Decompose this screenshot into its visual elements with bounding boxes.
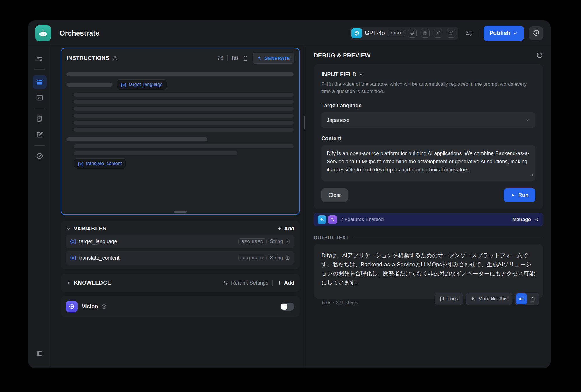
edit-square-icon [36,131,43,139]
variable-type-label: String [270,239,283,244]
copy-prompt-button[interactable] [242,55,249,61]
collapse-sidebar-button[interactable] [33,346,47,360]
sidebar-item-annotations[interactable] [33,128,47,142]
resize-grip-icon[interactable] [529,171,533,179]
sidebar-item-logs[interactable] [33,112,47,126]
plus-icon [277,226,282,231]
more-like-this-feature-icon [318,215,326,224]
debug-actions: Clear Run [321,188,536,202]
add-knowledge-button[interactable]: Add [277,280,294,286]
help-icon[interactable] [101,304,107,309]
chevron-right-icon [66,281,71,286]
skeleton-line [74,107,294,111]
publish-button[interactable]: Publish [484,26,524,41]
variable-type[interactable]: String [270,239,290,244]
run-button[interactable]: Run [504,188,536,202]
output-divider [353,238,543,238]
output-text-card: Difyは、AIアプリケーションを構築するためのオープンソースプラットフォームで… [314,244,543,299]
rerank-label: Rerank Settings [231,280,268,286]
target-language-label: Targe Language [321,103,536,109]
skeleton-line [66,137,207,141]
publish-label: Publish [489,30,510,36]
model-selector[interactable]: GPT-4o CHAT [350,27,458,40]
variable-type-label: String [270,255,283,261]
variable-token: {x} [78,161,84,166]
help-icon[interactable] [112,55,118,61]
sparkle-icon [470,296,476,302]
generate-button[interactable]: GENERATE [253,52,294,64]
output-stats: 5.6s · 321 chars [322,292,358,306]
variable-row[interactable]: {x} target_language REQUIRED String [66,235,294,248]
chevron-down-icon [359,72,364,77]
clipboard-icon [242,55,249,61]
gauge-icon [36,152,43,160]
variable-row[interactable]: {x} translate_content REQUIRED String [66,251,294,265]
selected-language: Japanese [327,117,349,123]
rerank-settings-button[interactable]: Rerank Settings [223,280,268,286]
video-capability-icon [447,29,455,38]
sidebar-divider [34,145,45,146]
sidebar-item-api[interactable] [33,91,47,105]
manage-label: Manage [512,217,531,223]
skeleton-line [74,100,294,104]
sidebar-item-settings[interactable] [33,52,47,66]
knowledge-header[interactable]: KNOWLEDGE Rerank Settings Add [66,279,294,287]
version-history-button[interactable] [529,26,543,40]
prompt-line: {x} translate_content [66,158,294,169]
skeleton-line [74,93,294,97]
variables-section: VARIABLES Add {x} target_language REQU [61,221,300,269]
instructions-panel[interactable]: INSTRUCTIONS 78 {x} [61,48,300,215]
insert-variable-button[interactable]: {x} [232,55,238,61]
app-logo[interactable] [35,25,51,41]
more-like-this-button[interactable]: More like this [466,293,512,305]
instructions-header: INSTRUCTIONS 78 {x} [61,48,299,66]
sidebar-item-monitoring[interactable] [33,149,47,163]
generate-label: GENERATE [265,56,290,61]
prompt-line: {x} target_language [66,79,294,90]
toolbar-divider [227,55,228,61]
input-field-description: Fill in the value of the variable, which… [321,80,536,95]
input-field-header[interactable]: INPUT FIELD [321,71,536,78]
variables-title: VARIABLES [74,225,106,232]
content-textarea[interactable]: Dify is an open-source platform for buil… [321,145,536,181]
play-audio-button[interactable] [516,293,527,304]
skeleton-line [74,114,294,118]
variable-type[interactable]: String [270,255,290,261]
output-text: Difyは、AIアプリケーションを構築するためのオープンソースプラットフォームで… [321,252,535,286]
copy-output-button[interactable] [527,293,538,304]
debug-pane: DEBUG & PREVIEW INPUT FIELD Fill in the … [305,46,551,368]
manage-features-button[interactable]: Manage [512,217,539,223]
logs-button[interactable]: Logs [435,293,463,305]
knowledge-section: KNOWLEDGE Rerank Settings Add [61,274,300,292]
vision-toggle[interactable] [280,303,294,311]
add-variable-button[interactable]: Add [277,226,294,232]
instructions-title: INSTRUCTIONS [66,55,109,61]
features-bar[interactable]: 2 Features Enabled Manage [314,213,543,226]
skeleton-line [66,72,294,76]
clear-button[interactable]: Clear [321,188,348,202]
input-field-title: INPUT FIELD [321,71,356,78]
main-area: INSTRUCTIONS 78 {x} [28,46,551,368]
logs-icon [439,296,445,302]
logs-label: Logs [447,296,458,302]
sidebar-item-orchestrate[interactable] [33,75,47,89]
prompt-editor[interactable]: {x} target_language [61,66,299,169]
more-like-this-label: More like this [478,296,508,302]
plus-icon [277,280,282,286]
skeleton-line [74,121,294,125]
restart-debug-button[interactable] [536,52,543,59]
header-actions: GPT-4o CHAT [350,26,543,41]
resize-handle[interactable] [174,211,187,213]
target-language-select[interactable]: Japanese [321,112,536,128]
pane-resize-handle[interactable] [304,116,305,130]
play-icon [511,193,515,197]
variables-header[interactable]: VARIABLES Add [66,225,294,232]
model-parameters-icon[interactable] [463,27,475,39]
skeleton-line [66,83,113,87]
page-title: Orchestrate [60,29,99,37]
variable-chip-translate-content[interactable]: {x} translate_content [74,158,126,169]
variable-chip-target-language[interactable]: {x} target_language [117,79,167,90]
vision-section: Vision [61,296,300,317]
debug-title: DEBUG & PREVIEW [314,52,371,59]
skeleton-line [74,151,237,155]
